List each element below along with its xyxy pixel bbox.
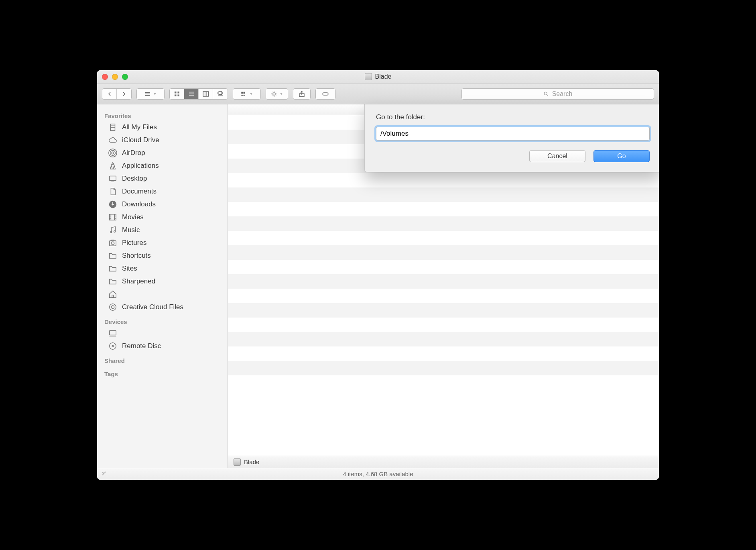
list-view-button[interactable] [184,89,199,99]
svg-rect-40 [110,214,116,220]
sidebar-item-label: Documents [122,187,156,196]
cancel-button[interactable]: Cancel [529,150,585,162]
forward-button[interactable] [117,89,131,99]
sidebar-item[interactable]: Downloads [97,198,228,211]
sidebar-item[interactable]: All My Files [97,121,228,134]
svg-rect-23 [244,95,245,96]
documents-icon [108,187,117,196]
sidebar-toggle-button[interactable] [136,88,165,100]
svg-point-58 [112,345,114,347]
action-button[interactable] [266,88,288,100]
status-tool-icon[interactable] [101,471,107,477]
table-row [228,332,659,346]
sidebar-item[interactable]: Movies [97,211,228,224]
folder-icon [108,251,117,260]
svg-rect-6 [175,94,177,96]
titlebar: Blade [97,70,659,84]
view-mode-buttons [169,88,228,100]
window-body: FavoritesAll My FilesiCloud DriveAirDrop… [97,104,659,468]
svg-rect-28 [323,93,328,95]
svg-point-50 [111,242,114,244]
sidebar-item-label: Music [122,226,140,234]
table-row [228,303,659,318]
coverflow-view-button[interactable] [213,89,228,99]
sidebar-item[interactable]: Desktop [97,172,228,185]
cloud-icon [108,136,117,145]
all-files-icon [108,123,117,132]
sidebar-item-label: Creative Cloud Files [122,303,183,311]
sidebar-item[interactable]: Applications [97,159,228,172]
arrange-button[interactable] [233,88,261,100]
table-row [228,289,659,303]
sidebar-item[interactable]: Pictures [97,236,228,249]
svg-point-57 [110,343,116,350]
sidebar-item[interactable]: AirDrop [97,147,228,159]
svg-rect-19 [241,93,243,94]
sidebar-section-label: Devices [97,314,228,327]
sidebar-section-label: Tags [97,366,228,379]
sidebar-item-label: Downloads [122,200,156,208]
sidebar-item[interactable]: Documents [97,185,228,198]
disk-icon [234,458,241,466]
path-label: Blade [244,458,259,465]
sidebar-item-label: All My Files [122,123,157,131]
back-button[interactable] [102,89,117,99]
svg-line-30 [547,94,548,96]
sidebar-item[interactable]: Music [97,224,228,236]
table-row [228,173,659,187]
sidebar-item-label: Desktop [122,175,147,183]
svg-rect-7 [177,94,179,96]
svg-point-47 [110,232,112,233]
cc-icon [108,303,117,312]
folder-icon [108,277,117,286]
table-row [228,187,659,202]
sidebar-item[interactable]: Shortcuts [97,249,228,262]
sidebar-item[interactable] [97,288,228,301]
sidebar-item[interactable]: Sites [97,262,228,275]
status-bar: 4 items, 4.68 GB available [97,468,659,480]
sidebar-item-label: Applications [122,162,159,170]
path-bar[interactable]: Blade [228,456,659,468]
minimize-window-button[interactable] [112,74,118,80]
sidebar-item[interactable]: iCloud Drive [97,134,228,147]
search-placeholder: Search [552,90,573,98]
icon-view-button[interactable] [170,89,184,99]
svg-marker-26 [280,93,282,94]
sidebar-item[interactable]: Sharpened [97,275,228,288]
sidebar-item[interactable]: Remote Disc [97,340,228,352]
sidebar-item[interactable]: Creative Cloud Files [97,301,228,314]
table-row [228,361,659,375]
table-row [228,260,659,274]
sidebar-item-label: Pictures [122,239,146,247]
svg-point-48 [114,231,116,232]
pictures-icon [108,238,117,247]
go-to-folder-dialog: Go to the folder: Cancel Go [364,104,659,172]
svg-rect-55 [110,331,116,335]
go-button[interactable]: Go [593,150,650,162]
svg-rect-21 [244,92,245,92]
table-row [228,318,659,332]
nav-buttons [102,88,132,100]
sidebar-item-label: Shortcuts [122,252,151,260]
sidebar-item-label: AirDrop [122,149,145,157]
status-text: 4 items, 4.68 GB available [343,471,413,477]
svg-point-34 [112,152,114,154]
table-row [228,216,659,231]
svg-rect-4 [175,92,177,94]
sidebar-item-label: Sharpened [122,277,155,285]
sidebar-item[interactable] [97,327,228,340]
close-window-button[interactable] [102,74,108,80]
folder-icon [108,264,117,273]
finder-window: Blade [97,70,659,480]
dialog-label: Go to the folder: [376,113,650,121]
svg-point-54 [111,306,114,308]
fullscreen-window-button[interactable] [122,74,128,80]
share-button[interactable] [293,88,311,100]
search-input[interactable]: Search [461,88,654,100]
folder-path-input[interactable] [376,127,650,141]
tags-button[interactable] [315,88,335,100]
window-title: Blade [97,73,659,80]
table-row [228,231,659,245]
column-view-button[interactable] [199,89,213,99]
window-title-text: Blade [375,73,392,80]
